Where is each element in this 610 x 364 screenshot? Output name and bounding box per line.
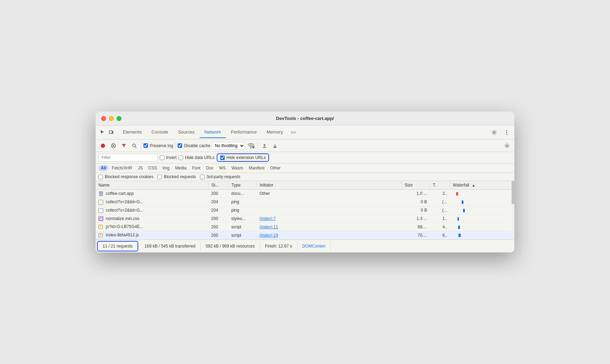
type-filter-css[interactable]: CSS: [146, 165, 159, 171]
col-header-status[interactable]: St...: [208, 181, 229, 190]
invert-checkbox[interactable]: Invert: [160, 155, 177, 160]
type-filter-font[interactable]: Font: [189, 165, 203, 171]
tab-memory[interactable]: Memory: [262, 127, 288, 138]
preserve-log-input[interactable]: [143, 143, 148, 148]
row-size: 1.0 ...: [402, 190, 430, 198]
table-row[interactable]: index-8bfa4912.js 200 script (index):19 …: [96, 231, 514, 240]
js-icon: [98, 233, 103, 238]
table-row[interactable]: collect?v=2&tid=G... 204 ping 0 B (...: [96, 198, 514, 206]
row-initiator[interactable]: (index):7: [257, 214, 402, 223]
device-toolbar-icon[interactable]: [107, 129, 115, 136]
table-row[interactable]: collect?v=2&tid=G... 204 ping 0 B (...: [96, 206, 514, 214]
type-filter-media[interactable]: Media: [173, 165, 189, 171]
type-filter-wasm[interactable]: Wasm: [229, 165, 246, 171]
tab-performance[interactable]: Performance: [226, 127, 261, 138]
hide-data-urls-checkbox[interactable]: Hide data URLs: [179, 155, 215, 160]
row-name: normalize.min.css: [96, 214, 208, 223]
table-row[interactable]: js?id=G-LB75G4E... 200 script (index):11…: [96, 223, 514, 231]
tab-bar-right: [489, 128, 512, 137]
row-type: styles...: [229, 214, 257, 223]
col-header-waterfall[interactable]: Waterfall ▲: [450, 181, 514, 190]
title-bar: DevTools - coffee-cart.app/: [96, 112, 514, 126]
type-filter-ws[interactable]: WS: [217, 165, 228, 171]
type-filter-img[interactable]: Img: [160, 165, 172, 171]
initiator-link[interactable]: (index):19: [260, 233, 278, 238]
svg-point-6: [101, 144, 105, 148]
blocked-cookies-input[interactable]: [98, 175, 103, 179]
row-initiator[interactable]: (index):11: [257, 223, 402, 231]
more-options-icon[interactable]: [502, 128, 512, 137]
initiator-link[interactable]: (index):11: [260, 225, 278, 229]
throttle-select[interactable]: No throttling Fast 3G Slow 3G Offline: [212, 142, 245, 150]
record-button[interactable]: [98, 141, 107, 150]
tab-network[interactable]: Network: [200, 127, 226, 138]
extra-filter-bar: Blocked response cookies Blocked request…: [96, 173, 514, 181]
row-size: 0 B: [402, 206, 430, 214]
initiator-link[interactable]: (index):7: [260, 216, 276, 221]
search-button[interactable]: [130, 141, 139, 150]
network-table: Name St... Type Initiator Size T. Waterf…: [96, 181, 514, 240]
table-row[interactable]: normalize.min.css 200 styles... (index):…: [96, 214, 514, 223]
col-header-size[interactable]: Size: [402, 181, 430, 190]
blocked-cookies-checkbox[interactable]: Blocked response cookies: [98, 174, 153, 179]
doc-icon: [98, 191, 103, 196]
type-filter-fetch-xhr[interactable]: Fetch/XHR: [109, 165, 135, 171]
preserve-log-checkbox[interactable]: Preserve log: [143, 143, 173, 148]
blocked-requests-input[interactable]: [157, 175, 162, 179]
third-party-input[interactable]: [200, 175, 204, 179]
hide-extension-urls-checkbox[interactable]: Hide extension URLs: [217, 153, 269, 162]
type-filter-other[interactable]: Other: [268, 165, 283, 171]
tab-console[interactable]: Console: [147, 127, 173, 138]
preserve-log-label: Preserve log: [150, 143, 173, 148]
row-waterfall: [450, 231, 514, 240]
row-size: 70....: [402, 231, 430, 240]
waterfall-bar: [463, 209, 465, 212]
disable-cache-input[interactable]: [178, 143, 182, 148]
finish-time: Finish: 12.67 s: [260, 242, 297, 251]
hide-data-urls-input[interactable]: [179, 156, 183, 160]
row-initiator: [257, 206, 402, 214]
filter-button[interactable]: [119, 141, 128, 150]
invert-input[interactable]: [160, 156, 164, 160]
ping-icon: [98, 200, 103, 205]
col-header-name[interactable]: Name: [96, 181, 208, 190]
hide-extension-urls-input[interactable]: [220, 156, 225, 160]
settings-icon[interactable]: [489, 128, 499, 137]
row-initiator: Other: [257, 190, 402, 198]
third-party-checkbox[interactable]: 3rd-party requests: [200, 174, 240, 179]
clear-button[interactable]: [109, 141, 118, 150]
tabs: Elements Console Sources Network Perform…: [118, 127, 489, 138]
filter-input[interactable]: [98, 154, 158, 161]
third-party-label: 3rd-party requests: [206, 174, 240, 179]
tab-sources[interactable]: Sources: [173, 127, 200, 138]
row-size: 1.3 ...: [402, 214, 430, 223]
minimize-button[interactable]: [109, 116, 114, 121]
type-filter-manifest[interactable]: Manifest: [246, 165, 267, 171]
col-header-time[interactable]: T.: [430, 181, 450, 190]
disable-cache-checkbox[interactable]: Disable cache: [178, 143, 210, 148]
scrollbar-track[interactable]: [512, 181, 514, 240]
network-settings-icon[interactable]: [503, 141, 512, 150]
download-icon[interactable]: [270, 141, 280, 150]
waterfall-bar: [456, 192, 458, 196]
row-name: js?id=G-LB75G4E...: [96, 223, 208, 231]
tab-more-button[interactable]: >>: [288, 127, 299, 138]
type-filter-js[interactable]: JS: [135, 165, 145, 171]
maximize-button[interactable]: [117, 116, 121, 121]
tab-elements[interactable]: Elements: [118, 127, 147, 138]
type-filter-all[interactable]: All: [98, 165, 109, 171]
js-icon: [98, 225, 103, 229]
type-filter-doc[interactable]: Doc: [203, 165, 216, 171]
row-initiator[interactable]: (index):19: [257, 231, 402, 240]
upload-icon[interactable]: [260, 141, 269, 150]
row-time: 1..: [430, 214, 450, 223]
wifi-settings-icon[interactable]: [246, 141, 255, 150]
cursor-icon[interactable]: [98, 129, 106, 136]
col-header-initiator[interactable]: Initiator: [257, 181, 402, 190]
blocked-requests-checkbox[interactable]: Blocked requests: [157, 174, 196, 179]
close-button[interactable]: [101, 116, 106, 121]
scrollbar-thumb[interactable]: [512, 181, 514, 204]
table-row[interactable]: coffee-cart.app 200 docu... Other 1.0 ..…: [96, 190, 514, 198]
col-header-type[interactable]: Type: [229, 181, 257, 190]
window-title: DevTools - coffee-cart.app/: [276, 116, 334, 121]
